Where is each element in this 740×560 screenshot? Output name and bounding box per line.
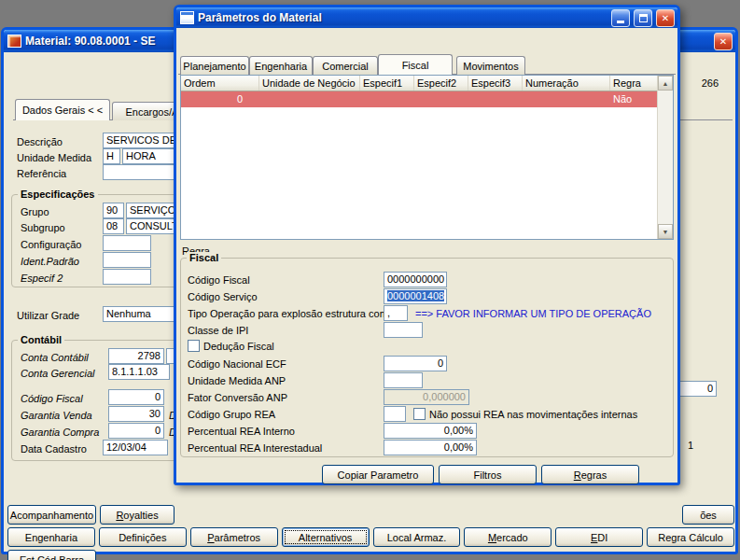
tipo-operacao-input[interactable]: ,	[384, 305, 408, 321]
grid-header[interactable]: Ordem Unidade de Negócio Especif1 Especi…	[181, 76, 673, 91]
maximize-button[interactable]	[634, 9, 652, 27]
copiar-parametro-button[interactable]: Copiar Parametro	[322, 465, 434, 484]
cell-regra: Não	[610, 91, 657, 107]
classe-ipi-label: Classe de IPI	[188, 325, 248, 337]
parametros-button-label: Parâmetros	[207, 532, 260, 543]
alternativos-button[interactable]: Alternativos	[282, 527, 370, 547]
subgrupo-code-input[interactable]: 08	[103, 218, 124, 234]
column-especif2[interactable]: Especif2	[414, 76, 468, 91]
utilizar-grade-label: Utilizar Grade	[17, 310, 79, 322]
especif2-input[interactable]	[103, 269, 151, 285]
codigo-servico-label: Código Serviço	[188, 291, 258, 303]
fiscal-group-title: Fiscal	[187, 252, 221, 263]
rea-checkbox-label: Não possui REA nas movimentações interna…	[429, 409, 637, 421]
tab-engenharia-label: Engenharia	[255, 61, 307, 72]
local-armaz-button[interactable]: Local Armaz.	[373, 527, 461, 547]
fator-conversao-anp-input: 0,000000	[384, 389, 469, 405]
grid-scrollbar[interactable]: ▲ ▼	[657, 76, 673, 239]
cell-unidade-negocio	[259, 91, 360, 107]
codigo-servico-input[interactable]: 0000001408	[384, 288, 447, 304]
local-armaz-button-label: Local Armaz.	[387, 532, 447, 543]
filtros-button[interactable]: Filtros	[439, 465, 537, 484]
tab-planejamento[interactable]: Planejamento	[180, 56, 249, 75]
codigo-fiscal-main-input[interactable]: 0	[108, 389, 164, 405]
fator-conversao-anp-label: Fator Conversão ANP	[188, 392, 287, 404]
tab-fiscal-label: Fiscal	[402, 60, 429, 71]
garantia-compra-input[interactable]: 0	[108, 423, 164, 439]
column-especif3[interactable]: Especif3	[468, 76, 523, 91]
unidade-medida-anp-input[interactable]	[384, 372, 423, 388]
royalties-button-label: Royalties	[116, 510, 158, 521]
codigo-nacional-ecf-label: Código Nacional ECF	[188, 358, 286, 371]
regra-calculo-button[interactable]: Regra Cálculo	[647, 527, 734, 547]
royalties-button[interactable]: Royalties	[100, 505, 175, 525]
conta-gerencial-input[interactable]: 8.1.1.1.03	[108, 364, 170, 380]
codigo-fiscal-main-label: Código Fiscal	[21, 393, 83, 405]
codigo-nacional-ecf-input[interactable]: 0	[384, 356, 447, 371]
column-numeracao[interactable]: Numeração	[523, 76, 610, 91]
close-button[interactable]: ✕	[656, 9, 675, 27]
scroll-down-icon[interactable]: ▼	[658, 224, 673, 239]
edi-button[interactable]: EDI	[555, 527, 643, 547]
parametros-window-title: Parâmetros do Material	[198, 11, 607, 24]
utilizar-grade-value: Nenhuma	[106, 308, 151, 319]
parametros-button[interactable]: Parâmetros	[190, 527, 278, 547]
deducao-fiscal-checkbox[interactable]	[188, 340, 200, 352]
especificacoes-group-title: Especificações	[18, 189, 98, 200]
configuracao-input[interactable]	[103, 235, 151, 251]
est-cod-barra-button[interactable]: Est.Cód.Barra	[7, 550, 96, 560]
percentual-rea-interno-input[interactable]: 0,00%	[384, 423, 477, 439]
referencia-input[interactable]	[103, 164, 175, 180]
tab-movimentos[interactable]: Movimentos	[456, 56, 525, 75]
edi-button-label: EDI	[591, 532, 607, 543]
cell-numeracao	[523, 91, 610, 107]
especif2-label: Especif 2	[21, 273, 63, 285]
definicoes-button-label: Definições	[119, 532, 166, 543]
ident-padrao-input[interactable]	[103, 252, 151, 268]
acompanhamento-button-label: Acompanhamento	[10, 510, 93, 521]
material-app-icon	[7, 35, 21, 48]
clipped-button-oes[interactable]: ões	[682, 505, 734, 525]
regras-button[interactable]: Regras	[541, 465, 639, 484]
tab-comercial[interactable]: Comercial	[313, 56, 378, 75]
scroll-track[interactable]	[658, 91, 673, 224]
acompanhamento-button[interactable]: Acompanhamento	[7, 505, 96, 525]
codigo-servico-selection: 0000001408	[387, 290, 444, 301]
cell-ordem: 0	[181, 91, 259, 107]
button-row-2: Engenharia Definições Parâmetros Alterna…	[7, 527, 734, 547]
unidade-medida-code-input[interactable]: H	[103, 148, 120, 164]
conta-contabil-input[interactable]: 2798	[108, 348, 164, 364]
column-regra[interactable]: Regra	[610, 76, 657, 91]
mercado-button[interactable]: Mercado	[464, 527, 552, 547]
codigo-grupo-rea-input[interactable]	[384, 406, 406, 422]
filtros-button-label: Filtros	[474, 469, 502, 481]
tab-dados-gerais[interactable]: Dados Gerais < <	[15, 99, 110, 120]
tab-movimentos-label: Movimentos	[463, 61, 518, 72]
tab-fiscal[interactable]: Fiscal	[378, 54, 453, 75]
parametros-grid[interactable]: Ordem Unidade de Negócio Especif1 Especi…	[180, 75, 674, 240]
unidade-medida-anp-label: Unidade Medida ANP	[188, 375, 286, 387]
percentual-rea-interestadual-input[interactable]: 0,00%	[384, 440, 477, 455]
definicoes-button[interactable]: Definições	[99, 527, 187, 547]
tab-engenharia[interactable]: Engenharia	[249, 56, 313, 75]
copiar-parametro-button-label: Copiar Parametro	[338, 469, 419, 481]
clipped-button-label: ões	[700, 510, 717, 521]
engenharia-button[interactable]: Engenharia	[7, 527, 95, 547]
column-especif1[interactable]: Especif1	[360, 76, 414, 91]
grupo-code-input[interactable]: 90	[103, 203, 124, 218]
minimize-button[interactable]	[611, 9, 630, 27]
material-close-button[interactable]: ✕	[714, 33, 733, 50]
data-cadastro-input[interactable]: 12/03/04	[103, 440, 168, 455]
scroll-up-icon[interactable]: ▲	[658, 76, 673, 91]
grid-row-selected[interactable]: 0 Não	[181, 91, 673, 107]
right-fragment-value: 1	[688, 440, 693, 451]
mercado-button-label: Mercado	[488, 532, 528, 543]
parametros-window-icon	[180, 11, 194, 24]
garantia-venda-input[interactable]: 30	[108, 406, 164, 422]
rea-checkbox[interactable]	[413, 408, 426, 420]
classe-ipi-input[interactable]	[384, 322, 423, 338]
parametros-titlebar[interactable]: Parâmetros do Material ✕	[176, 7, 677, 28]
column-unidade-negocio[interactable]: Unidade de Negócio	[259, 76, 360, 91]
codigo-fiscal-input[interactable]: 0000000000	[384, 272, 447, 287]
column-ordem[interactable]: Ordem	[181, 76, 259, 91]
